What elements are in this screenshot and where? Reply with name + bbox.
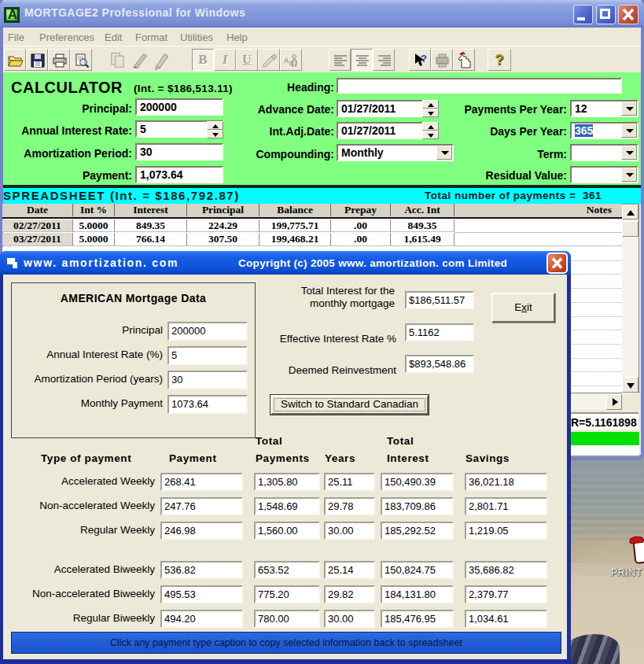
svg-text:?: ?: [421, 53, 427, 65]
svg-text:C: C: [289, 60, 295, 68]
svg-text:A: A: [284, 57, 289, 65]
